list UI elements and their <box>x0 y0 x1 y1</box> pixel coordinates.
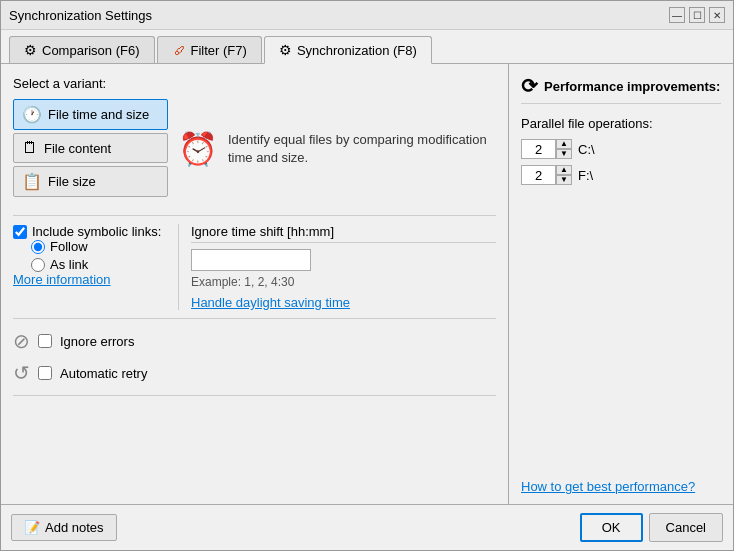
add-notes-button[interactable]: 📝 Add notes <box>11 514 117 541</box>
spinner-c: ▲ ▼ <box>521 139 572 159</box>
close-button[interactable]: ✕ <box>709 7 725 23</box>
parallel-f-input[interactable] <box>521 165 556 185</box>
variant-file-size[interactable]: 📋 File size <box>13 166 168 197</box>
time-shift-section: Ignore time shift [hh:mm] Example: 1, 2,… <box>178 224 496 310</box>
file-time-size-icon: 🕐 <box>22 105 42 124</box>
automatic-retry-checkbox[interactable] <box>38 366 52 380</box>
tab-synchronization[interactable]: ⚙ Synchronization (F8) <box>264 36 432 64</box>
parallel-label: Parallel file operations: <box>521 116 721 131</box>
performance-label: Performance improvements: <box>544 79 720 94</box>
variant-file-content[interactable]: 🗒 File content <box>13 133 168 163</box>
include-symbolic-links-row: Include symbolic links: <box>13 224 178 239</box>
add-notes-label: Add notes <box>45 520 104 535</box>
parallel-row-f: ▲ ▼ F:\ <box>521 165 721 185</box>
add-notes-icon: 📝 <box>24 520 40 535</box>
follow-radio[interactable] <box>31 240 45 254</box>
drive-c-label: C:\ <box>578 142 595 157</box>
spinner-c-buttons: ▲ ▼ <box>556 139 572 159</box>
spinner-f-up[interactable]: ▲ <box>556 165 572 175</box>
include-symbolic-links-checkbox[interactable] <box>13 225 27 239</box>
as-link-label: As link <box>50 257 88 272</box>
tab-filter[interactable]: 🜚 Filter (F7) <box>157 36 262 63</box>
tab-filter-label: Filter (F7) <box>191 43 247 58</box>
select-variant-label: Select a variant: <box>13 76 496 91</box>
ignore-errors-row: ⊘ Ignore errors <box>13 329 496 353</box>
follow-label: Follow <box>50 239 88 254</box>
tab-comparison[interactable]: ⚙ Comparison (F6) <box>9 36 155 63</box>
as-link-radio[interactable] <box>31 258 45 272</box>
as-link-radio-row: As link <box>31 257 178 272</box>
ok-button[interactable]: OK <box>580 513 643 542</box>
symbolic-links-section: Include symbolic links: Follow As link M… <box>13 224 178 310</box>
daylight-saving-link[interactable]: Handle daylight saving time <box>191 295 496 310</box>
synchronization-icon: ⚙ <box>279 42 292 58</box>
main-window: Synchronization Settings — ☐ ✕ ⚙ Compari… <box>0 0 734 551</box>
spinner-f: ▲ ▼ <box>521 165 572 185</box>
tab-bar: ⚙ Comparison (F6) 🜚 Filter (F7) ⚙ Synchr… <box>1 30 733 64</box>
automatic-retry-row: ↺ Automatic retry <box>13 361 496 385</box>
automatic-retry-icon: ↺ <box>13 361 30 385</box>
main-content: Select a variant: 🕐 File time and size 🗒… <box>1 64 733 504</box>
include-symbolic-links-label: Include symbolic links: <box>32 224 161 239</box>
filter-icon: 🜚 <box>172 42 186 58</box>
performance-title: ⟳ Performance improvements: <box>521 74 721 104</box>
window-controls: — ☐ ✕ <box>669 7 725 23</box>
spinner-f-down[interactable]: ▼ <box>556 175 572 185</box>
dialog-buttons: OK Cancel <box>580 513 723 542</box>
title-bar: Synchronization Settings — ☐ ✕ <box>1 1 733 30</box>
left-panel: Select a variant: 🕐 File time and size 🗒… <box>1 64 508 504</box>
follow-radio-row: Follow <box>31 239 178 254</box>
description-icon: ⏰ <box>178 130 218 168</box>
file-size-icon: 📋 <box>22 172 42 191</box>
file-content-icon: 🗒 <box>22 139 38 157</box>
ignore-errors-icon: ⊘ <box>13 329 30 353</box>
spinner-c-down[interactable]: ▼ <box>556 149 572 159</box>
description-text: Identify equal files by comparing modifi… <box>228 131 496 167</box>
parallel-c-input[interactable] <box>521 139 556 159</box>
how-to-link[interactable]: How to get best performance? <box>521 479 695 494</box>
time-shift-header: Ignore time shift [hh:mm] <box>191 224 496 243</box>
spinner-c-up[interactable]: ▲ <box>556 139 572 149</box>
cancel-button[interactable]: Cancel <box>649 513 723 542</box>
parallel-row-c: ▲ ▼ C:\ <box>521 139 721 159</box>
comparison-icon: ⚙ <box>24 42 37 58</box>
more-info-link[interactable]: More information <box>13 272 111 287</box>
variant-file-time-size[interactable]: 🕐 File time and size <box>13 99 168 130</box>
window-title: Synchronization Settings <box>9 8 152 23</box>
time-shift-example: Example: 1, 2, 4:30 <box>191 275 496 289</box>
performance-icon: ⟳ <box>521 74 538 98</box>
minimize-button[interactable]: — <box>669 7 685 23</box>
spinner-f-buttons: ▲ ▼ <box>556 165 572 185</box>
ignore-errors-label: Ignore errors <box>60 334 134 349</box>
ignore-errors-checkbox[interactable] <box>38 334 52 348</box>
radio-group: Follow As link <box>31 239 178 272</box>
drive-f-label: F:\ <box>578 168 593 183</box>
middle-section: Include symbolic links: Follow As link M… <box>13 215 496 319</box>
description-area: ⏰ Identify equal files by comparing modi… <box>178 99 496 199</box>
maximize-button[interactable]: ☐ <box>689 7 705 23</box>
time-shift-input[interactable] <box>191 249 311 271</box>
variant-buttons: 🕐 File time and size 🗒 File content 📋 Fi… <box>13 99 168 197</box>
bottom-bar: 📝 Add notes OK Cancel <box>1 504 733 550</box>
right-panel: ⟳ Performance improvements: Parallel fil… <box>508 64 733 504</box>
automatic-retry-label: Automatic retry <box>60 366 147 381</box>
options-section: ⊘ Ignore errors ↺ Automatic retry <box>13 319 496 396</box>
tab-synchronization-label: Synchronization (F8) <box>297 43 417 58</box>
tab-comparison-label: Comparison (F6) <box>42 43 140 58</box>
